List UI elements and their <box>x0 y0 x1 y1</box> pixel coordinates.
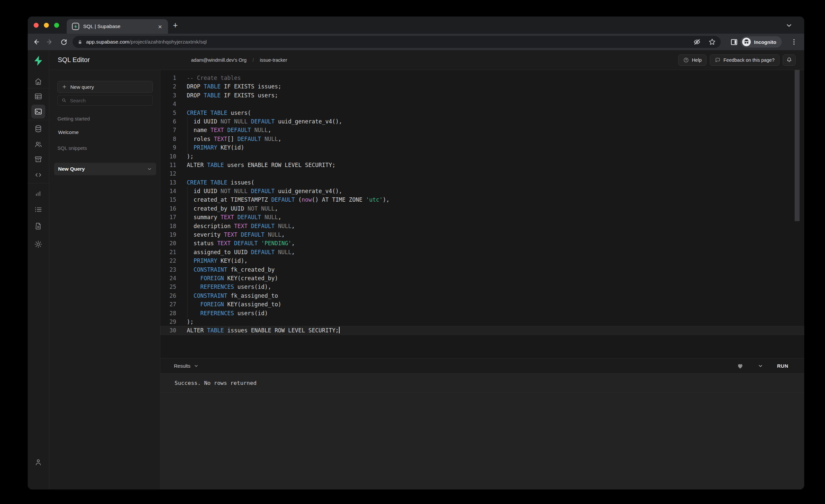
breadcrumb-org[interactable]: adam@windmill.dev's Org <box>191 57 246 63</box>
breadcrumb-separator: / <box>252 57 254 63</box>
code-line[interactable]: 1-- Create tables <box>160 74 804 82</box>
success-message: Success. No rows returned <box>174 380 256 386</box>
page-header: SQL Editor adam@windmill.dev's Org / iss… <box>49 50 804 70</box>
editor-scrollbar[interactable] <box>795 70 800 221</box>
sidebar-item-new-query[interactable]: New Query <box>54 163 156 175</box>
feedback-button[interactable]: Feedback on this page? <box>710 55 779 66</box>
new-tab-button[interactable]: + <box>173 21 178 29</box>
incognito-icon <box>742 37 751 47</box>
minimize-window-button[interactable] <box>44 23 49 28</box>
supabase-logo-icon[interactable] <box>32 55 44 67</box>
eye-off-icon[interactable] <box>693 38 701 46</box>
run-options-chevron-icon[interactable] <box>758 363 763 369</box>
line-number: 21 <box>160 248 176 257</box>
breadcrumb-project[interactable]: issue-tracker <box>260 57 287 63</box>
new-query-button[interactable]: New query <box>57 81 153 93</box>
api-docs-icon[interactable] <box>34 222 43 230</box>
logs-icon[interactable] <box>34 205 43 214</box>
edge-functions-icon[interactable] <box>34 171 43 179</box>
code-line[interactable]: 26 CONSTRAINT fk_assigned_to <box>160 291 804 300</box>
code-line[interactable]: 14 id UUID NOT NULL DEFAULT uuid_generat… <box>160 187 804 195</box>
breadcrumb: adam@windmill.dev's Org / issue-tracker <box>191 57 287 63</box>
side-panel-icon[interactable] <box>730 38 738 46</box>
help-button[interactable]: Help <box>678 55 706 66</box>
auth-users-icon[interactable] <box>34 140 43 149</box>
bookmark-star-icon[interactable] <box>708 38 716 46</box>
code-line[interactable]: 13CREATE TABLE issues( <box>160 178 804 187</box>
code-line[interactable]: 30ALTER TABLE issues ENABLE ROW LEVEL SE… <box>160 326 804 335</box>
code-line[interactable]: 22 PRIMARY KEY(id), <box>160 257 804 265</box>
code-line[interactable]: 10); <box>160 152 804 161</box>
line-number: 20 <box>160 239 176 247</box>
code-line[interactable]: 27 FOREIGN KEY(assigned_to) <box>160 300 804 309</box>
storage-icon[interactable] <box>34 155 43 164</box>
code-line[interactable]: 12 <box>160 169 804 178</box>
line-number: 18 <box>160 222 176 230</box>
line-number: 23 <box>160 265 176 274</box>
results-dropdown[interactable]: Results <box>174 363 199 369</box>
section-getting-started: Getting started <box>57 116 153 122</box>
settings-gear-icon[interactable] <box>34 240 43 248</box>
code-line[interactable]: 8 roles TEXT[] DEFAULT NULL, <box>160 135 804 143</box>
search-placeholder: Search <box>70 98 86 103</box>
sql-editor-icon[interactable] <box>31 104 45 119</box>
sidebar-item-welcome[interactable]: Welcome <box>57 129 153 135</box>
database-icon[interactable] <box>34 125 43 133</box>
reload-button[interactable] <box>57 38 71 46</box>
code-line[interactable]: 20 status TEXT DEFAULT 'PENDING', <box>160 239 804 247</box>
account-icon[interactable] <box>34 458 43 466</box>
line-number: 12 <box>160 169 176 178</box>
browser-tab[interactable]: SQL | Supabase × <box>67 19 168 34</box>
code-line[interactable]: 9 PRIMARY KEY(id) <box>160 143 804 152</box>
code-line[interactable]: 21 assigned_to UUID DEFAULT NULL, <box>160 248 804 257</box>
notifications-button[interactable] <box>783 55 796 66</box>
line-number: 15 <box>160 195 176 204</box>
url-host: app.supabase.com <box>86 39 129 45</box>
code-line[interactable]: 23 CONSTRAINT fk_created_by <box>160 265 804 274</box>
code-line[interactable]: 4 <box>160 100 804 108</box>
tab-close-icon[interactable]: × <box>158 23 162 30</box>
maximize-window-button[interactable] <box>54 23 59 28</box>
chevron-down-icon[interactable] <box>147 166 152 172</box>
code-line[interactable]: 29); <box>160 317 804 326</box>
code-line[interactable]: 7 name TEXT DEFAULT NULL, <box>160 126 804 134</box>
run-button[interactable]: RUN <box>777 363 789 369</box>
code-line[interactable]: 6 id UUID NOT NULL DEFAULT uuid_generate… <box>160 117 804 126</box>
address-bar[interactable]: app.supabase.com/project/azahtnhqohyjerz… <box>73 36 721 48</box>
code-line[interactable]: 19 severity TEXT DEFAULT NULL, <box>160 230 804 239</box>
forward-button[interactable] <box>43 38 57 46</box>
supabase-favicon-icon <box>72 23 79 30</box>
code-line[interactable]: 3DROP TABLE IF EXISTS users; <box>160 91 804 100</box>
code-line[interactable]: 17 summary TEXT DEFAULT NULL, <box>160 213 804 221</box>
code-line[interactable]: 28 REFERENCES users(id) <box>160 309 804 317</box>
search-input[interactable]: Search <box>57 95 153 105</box>
line-number: 16 <box>160 204 176 213</box>
reports-icon[interactable] <box>34 189 43 197</box>
code-line[interactable]: 25 REFERENCES users(id), <box>160 283 804 291</box>
line-number: 9 <box>160 143 176 152</box>
browser-menu-icon[interactable] <box>790 38 798 46</box>
table-editor-icon[interactable] <box>34 92 43 101</box>
back-button[interactable] <box>29 38 43 46</box>
close-window-button[interactable] <box>34 23 39 28</box>
code-line[interactable]: 16 created_by UUID NOT NULL, <box>160 204 804 213</box>
home-icon[interactable] <box>34 77 43 86</box>
line-number: 30 <box>160 326 176 335</box>
code-line[interactable]: 2DROP TABLE IF EXISTS issues; <box>160 82 804 91</box>
tab-title: SQL | Supabase <box>83 23 158 29</box>
sql-code-editor[interactable]: 1-- Create tables2DROP TABLE IF EXISTS i… <box>160 70 804 358</box>
code-line[interactable]: 15 created_at TIMESTAMPTZ DEFAULT (now()… <box>160 195 804 204</box>
line-number: 1 <box>160 74 176 82</box>
line-number: 28 <box>160 309 176 317</box>
code-line[interactable]: 11ALTER TABLE users ENABLE ROW LEVEL SEC… <box>160 161 804 169</box>
favorite-heart-icon[interactable] <box>737 362 744 370</box>
results-output: Success. No rows returned <box>160 374 804 393</box>
incognito-badge: Incognito <box>741 36 782 48</box>
code-line[interactable]: 24 FOREIGN KEY(created_by) <box>160 274 804 283</box>
browser-toolbar: app.supabase.com/project/azahtnhqohyjerz… <box>28 34 804 50</box>
code-line[interactable]: 18 description TEXT DEFAULT NULL, <box>160 222 804 230</box>
line-number: 25 <box>160 283 176 291</box>
code-line[interactable]: 5CREATE TABLE users( <box>160 109 804 117</box>
tab-search-chevron-icon[interactable] <box>785 22 793 29</box>
line-number: 7 <box>160 126 176 134</box>
